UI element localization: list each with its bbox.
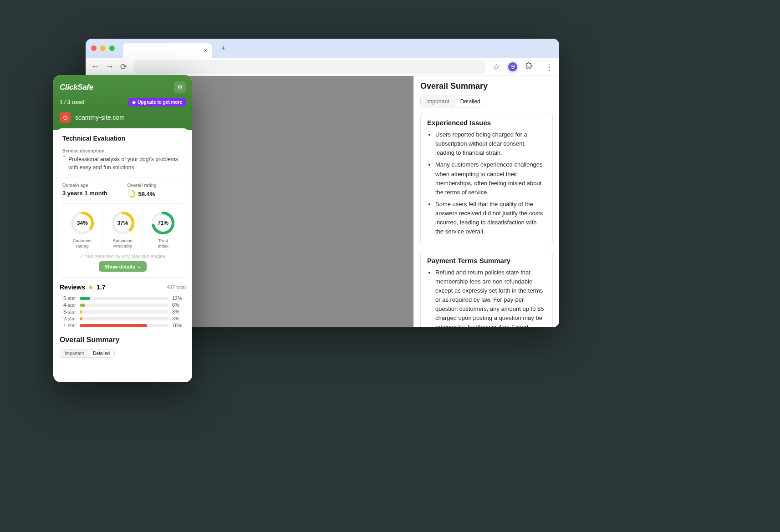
rating-percent: 12% [172,295,186,301]
site-row: scammy-site.com [60,112,186,123]
list-item: Some users felt that the quality of the … [435,200,546,237]
list-item: Users reported being charged for a subsc… [435,130,546,157]
blacklist-status: ✓ Not detected by any blacklist engine [62,253,183,259]
reviews-total: 487 total [167,284,186,290]
minimize-window-button[interactable] [100,46,106,51]
donut-metric: 71% TrustIndex [143,210,183,249]
extension-popup: ClickSafe ⚙ 1 / 3 used ◈ Upgrade to get … [53,75,192,382]
overall-rating-label: Overall rating [127,183,184,188]
donut-row: 34% CustomerRating 37% SuspicionProximit… [62,210,183,249]
donut-metric: 34% CustomerRating [62,210,102,249]
rating-label: 3-star [60,309,76,314]
tab-important[interactable]: Important [421,96,455,107]
maximize-window-button[interactable] [109,46,115,51]
reviews-score: 1.7 [97,284,105,291]
onepassword-icon: ⦿ [508,62,517,71]
close-tab-icon[interactable]: × [204,47,207,54]
rating-row: 3-star 3% [60,309,186,314]
reviews-title: Reviews [60,284,85,291]
tab-detailed[interactable]: Detailed [455,96,486,107]
site-domain: scammy-site.com [75,114,125,121]
rating-bar [80,310,168,314]
browser-toolbar: ← → ⟳ ☆ ⦿ ⋮ [86,58,559,76]
rating-label: 1-star [60,323,76,328]
donut-metric: 37% SuspicionProximity [102,210,143,249]
card-title: Payment Terms Summary [427,257,546,264]
popup-summary-tabs: Important Detailed [60,349,115,358]
rating-percent: 3% [172,316,186,321]
gear-icon: ⚙ [177,84,183,91]
rating-row: 1-star 76% [60,323,186,328]
star-icon: ★ [88,284,94,291]
domain-age-label: Domain age [62,183,118,188]
diamond-icon: ◈ [132,100,136,105]
service-description-label: Service description [62,148,183,153]
rating-fill [80,324,147,327]
overall-rating-value: 58.4% [127,190,184,198]
list-item: Many customers experienced challenges wh… [435,160,546,197]
rating-bar [80,304,168,307]
extension-badge[interactable]: ⦿ [506,61,519,73]
rating-bar [80,317,168,320]
reload-button[interactable]: ⟳ [120,62,127,72]
rating-percent: 6% [172,302,186,308]
upgrade-button[interactable]: ◈ Upgrade to get more [128,98,186,106]
rating-bar [80,324,168,327]
bookmark-icon[interactable]: ☆ [493,62,500,72]
popup-overall-summary: Overall Summary Important Detailed [53,329,192,358]
technical-evaluation-card: Technical Evaluation Service description… [57,128,189,277]
donut-label: SuspicionProximity [103,238,143,249]
right-panel: Overall Summary Important Detailed Exper… [413,76,559,327]
show-details-label: Show details [104,264,135,269]
show-details-button[interactable]: Show details ⌄ [99,261,146,272]
browser-tab[interactable]: × [123,43,212,58]
menu-button[interactable]: ⋮ [545,61,554,72]
new-tab-button[interactable]: + [219,42,228,55]
usage-counter: 1 / 3 used [60,99,85,106]
rating-row: 2-star 3% [60,316,186,321]
rating-fill [80,310,82,314]
rating-bar [80,297,168,300]
rating-percent: 3% [172,309,186,314]
rating-row: 4-star 6% [60,302,186,308]
rating-donut-icon [127,190,136,198]
rating-fill [80,304,85,307]
popup-summary-title: Overall Summary [60,336,186,344]
rating-label: 5-star [60,295,76,301]
rating-row: 5-star 12% [60,295,186,301]
rating-percent: 76% [172,323,186,328]
donut-percent: 37% [110,210,136,236]
summary-tabs: Important Detailed [420,96,486,107]
experienced-issues-card: Experienced Issues Users reported being … [420,113,553,245]
donut-label: CustomerRating [62,238,102,249]
rating-rows: 5-star 12% 4-star 6% 3-star 3% 2-star [60,295,186,328]
upgrade-label: Upgrade to get more [138,100,182,105]
rating-fill [80,297,90,300]
rating-label: 4-star [60,302,76,308]
address-bar[interactable] [133,60,486,74]
close-window-button[interactable] [91,46,97,51]
window-controls [91,46,115,51]
panel-title: Overall Summary [420,81,553,91]
popup-tab-important[interactable]: Important [60,350,88,357]
settings-button[interactable]: ⚙ [174,81,186,93]
donut-label: TrustIndex [143,238,183,249]
payment-terms-card: Payment Terms Summary Refund and return … [420,251,553,327]
service-description-text: Professional analysis of your dog\'s pro… [68,155,183,172]
chevron-down-icon: ⌄ [137,263,141,269]
site-danger-icon [60,112,71,123]
list-item: Refund and return policies state that me… [435,268,546,327]
rating-label: 2-star [60,316,76,321]
tab-strip: × + [86,39,559,58]
popup-tab-detailed[interactable]: Detailed [88,350,114,357]
back-button[interactable]: ← [91,62,99,71]
rating-fill [80,317,82,320]
forward-button[interactable]: → [106,62,114,71]
donut-percent: 71% [150,210,176,236]
eval-title: Technical Evaluation [62,135,183,142]
card-title: Experienced Issues [427,119,546,127]
popup-header: ClickSafe ⚙ 1 / 3 used ◈ Upgrade to get … [53,75,192,130]
clicksafe-logo: ClickSafe [60,83,93,92]
quote-icon: “ [62,155,66,172]
extensions-icon[interactable] [525,61,534,72]
